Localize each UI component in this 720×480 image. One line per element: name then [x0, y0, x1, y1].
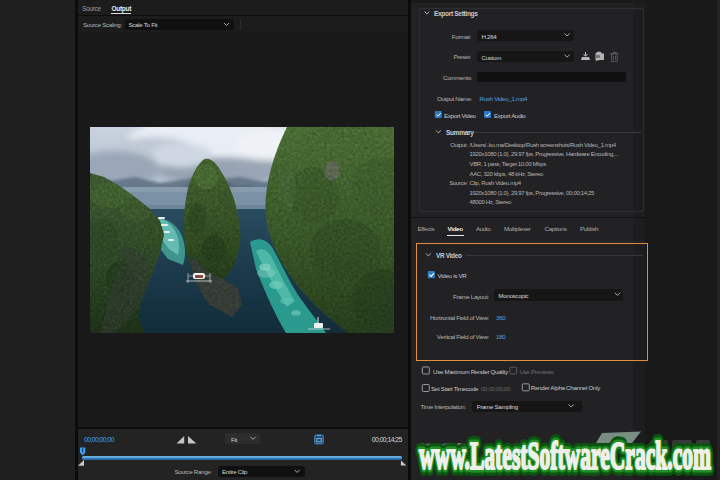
svg-text:www.LatestSoftwareCrack.com: www.LatestSoftwareCrack.com [419, 433, 711, 478]
